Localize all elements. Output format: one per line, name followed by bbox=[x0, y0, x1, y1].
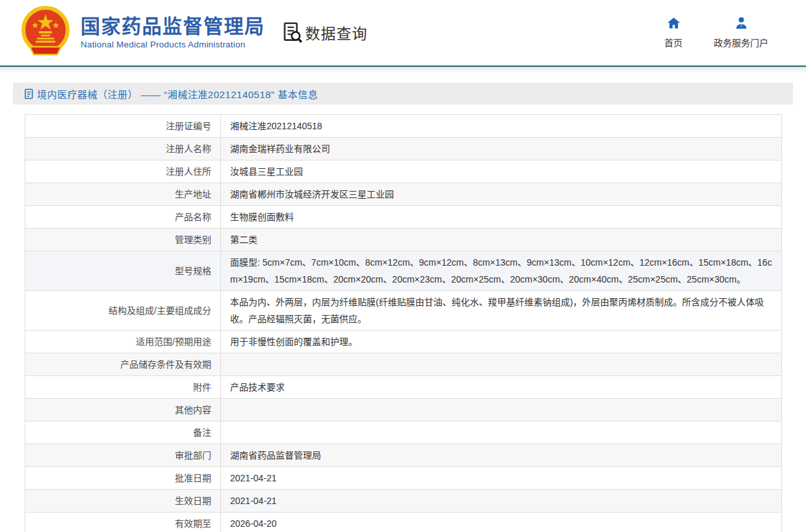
field-label: 产品储存条件及有效期 bbox=[25, 353, 221, 376]
home-icon bbox=[667, 16, 681, 30]
field-label: 其他内容 bbox=[25, 399, 221, 422]
document-icon bbox=[24, 88, 34, 99]
field-value bbox=[221, 422, 782, 444]
field-label: 产品名称 bbox=[25, 206, 221, 229]
table-row: 注册人住所汝城县三星工业园 bbox=[25, 160, 782, 183]
table-row: 管理类别第二类 bbox=[25, 229, 782, 251]
registration-info: 注册证编号湘械注准20212140518注册人名称湖南金瑞祥药业有限公司注册人住… bbox=[25, 114, 782, 532]
table-row: 型号规格面膜型: 5cm×7cm、7cm×10cm、8cm×12cm、9cm×1… bbox=[25, 251, 782, 291]
table-row: 生产地址湖南省郴州市汝城经济开发区三星工业园 bbox=[25, 183, 782, 206]
field-value: 2026-04-20 bbox=[221, 513, 782, 532]
field-value: 用于非慢性创面的覆盖和护理。 bbox=[221, 331, 782, 353]
site-title-cn: 国家药品监督管理局 bbox=[81, 16, 265, 38]
table-row: 其他内容 bbox=[25, 399, 782, 422]
nav-item-home[interactable]: 首页 bbox=[664, 16, 682, 49]
field-label: 注册证编号 bbox=[25, 115, 221, 138]
field-value: 湖南省药品监督管理局 bbox=[221, 444, 782, 467]
field-value: 生物膜创面敷料 bbox=[221, 206, 782, 229]
field-value bbox=[221, 399, 782, 422]
table-row: 附件产品技术要求 bbox=[25, 376, 782, 399]
table-row: 审批部门湖南省药品监督管理局 bbox=[25, 444, 782, 467]
field-value: 产品技术要求 bbox=[221, 376, 782, 399]
field-value: 湘械注准20212140518 bbox=[221, 115, 782, 138]
table-row: 产品储存条件及有效期 bbox=[25, 353, 782, 376]
site-header: 国家药品监督管理局 National Medical Products Admi… bbox=[0, 0, 806, 65]
table-row: 有效期至2026-04-20 bbox=[25, 513, 782, 532]
field-value: 本品为内、外两层，内层为纤维贴膜(纤维贴膜由甘油、纯化水、羧甲基纤维素钠组成)，… bbox=[221, 291, 782, 331]
field-value: 2021-04-21 bbox=[221, 490, 782, 513]
nav-home-label: 首页 bbox=[664, 36, 682, 49]
data-query-label: 数据查询 bbox=[306, 21, 368, 44]
nav-item-service-portal[interactable]: 政务服务门户 bbox=[714, 16, 768, 49]
field-value: 汝城县三星工业园 bbox=[221, 160, 782, 183]
nmpa-logo-link[interactable]: 国家药品监督管理局 National Medical Products Admi… bbox=[20, 5, 265, 60]
header-nav: 首页 政务服务门户 bbox=[664, 16, 768, 49]
field-value: 2021-04-21 bbox=[221, 467, 782, 490]
field-value: 湖南省郴州市汝城经济开发区三星工业园 bbox=[221, 183, 782, 206]
table-row: 注册证编号湘械注准20212140518 bbox=[25, 115, 782, 138]
nav-service-portal-label: 政务服务门户 bbox=[714, 36, 768, 49]
national-emblem-icon bbox=[20, 5, 72, 60]
field-label: 注册人名称 bbox=[25, 138, 221, 160]
site-title-block: 国家药品监督管理局 National Medical Products Admi… bbox=[81, 16, 265, 50]
field-value: 湖南金瑞祥药业有限公司 bbox=[221, 138, 782, 160]
field-label: 生产地址 bbox=[25, 183, 221, 206]
field-label: 适用范围/预期用途 bbox=[25, 331, 221, 353]
field-label: 注册人住所 bbox=[25, 160, 221, 183]
field-label: 生效日期 bbox=[25, 490, 221, 513]
data-query-section[interactable]: 数据查询 bbox=[282, 21, 368, 44]
table-row: 备注 bbox=[25, 422, 782, 444]
field-value: 第二类 bbox=[221, 229, 782, 251]
field-label: 型号规格 bbox=[25, 251, 221, 291]
field-label: 管理类别 bbox=[25, 229, 221, 251]
field-label: 附件 bbox=[25, 376, 221, 399]
table-row: 注册人名称湖南金瑞祥药业有限公司 bbox=[25, 138, 782, 160]
field-label: 有效期至 bbox=[25, 513, 221, 532]
document-search-icon bbox=[282, 21, 303, 44]
table-row: 结构及组成/主要组成成分本品为内、外两层，内层为纤维贴膜(纤维贴膜由甘油、纯化水… bbox=[25, 291, 782, 331]
field-label: 备注 bbox=[25, 422, 221, 444]
field-label: 审批部门 bbox=[25, 444, 221, 467]
field-value: 面膜型: 5cm×7cm、7cm×10cm、8cm×12cm、9cm×12cm、… bbox=[221, 251, 782, 291]
field-value bbox=[221, 353, 782, 376]
page-title: 境内医疗器械（注册） —— “湘械注准20212140518” 基本信息 bbox=[37, 87, 318, 101]
table-row: 适用范围/预期用途用于非慢性创面的覆盖和护理。 bbox=[25, 331, 782, 353]
site-title-en: National Medical Products Administration bbox=[81, 40, 265, 49]
user-icon bbox=[734, 16, 748, 30]
field-label: 批准日期 bbox=[25, 467, 221, 490]
field-label: 结构及组成/主要组成成分 bbox=[25, 291, 221, 331]
table-row: 产品名称生物膜创面敷料 bbox=[25, 206, 782, 229]
table-row: 批准日期2021-04-21 bbox=[25, 467, 782, 490]
table-row: 生效日期2021-04-21 bbox=[25, 490, 782, 513]
page-title-bar: 境内医疗器械（注册） —— “湘械注准20212140518” 基本信息 bbox=[13, 82, 793, 105]
header-shadow bbox=[0, 67, 806, 73]
registration-info-table: 注册证编号湘械注准20212140518注册人名称湖南金瑞祥药业有限公司注册人住… bbox=[25, 114, 782, 532]
info-table-body: 注册证编号湘械注准20212140518注册人名称湖南金瑞祥药业有限公司注册人住… bbox=[25, 115, 782, 532]
